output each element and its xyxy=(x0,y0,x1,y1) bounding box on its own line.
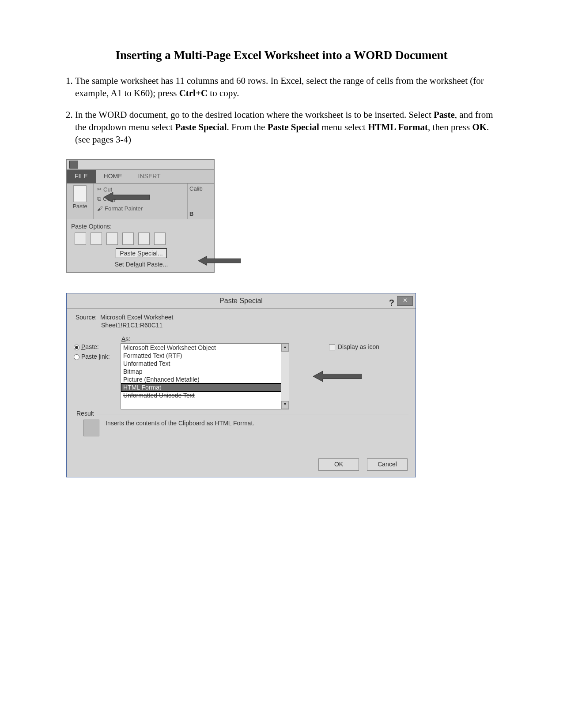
clipboard-result-icon xyxy=(83,420,99,436)
ok-button[interactable]: OK xyxy=(318,458,359,471)
tab-home[interactable]: HOME xyxy=(96,170,130,183)
paste-label: Paste xyxy=(72,203,87,210)
set-default-paste-menu-item[interactable]: Set Default Paste... xyxy=(115,261,168,268)
paste-option-icon[interactable] xyxy=(91,233,102,245)
font-name-field[interactable]: Calib xyxy=(189,185,212,192)
step-2-text-a: In the WORD document, go to the desired … xyxy=(75,109,434,120)
annotation-arrow-paste-special xyxy=(198,255,241,266)
step-2-text-i: , then press xyxy=(428,122,472,132)
step-1: The sample worksheet has 11 columns and … xyxy=(75,75,506,100)
step-2-paste: Paste xyxy=(434,109,455,120)
step-2-pastespecial: Paste Special xyxy=(175,122,227,132)
dialog-titlebar: Paste Special ? ✕ xyxy=(67,293,416,309)
scroll-down-icon[interactable]: ▾ xyxy=(281,401,289,409)
list-item[interactable]: Unformatted Unicode Text xyxy=(121,391,289,399)
format-painter-label: Format Painter xyxy=(105,205,143,212)
svg-marker-1 xyxy=(198,256,241,265)
list-item[interactable]: Formatted Text (RTF) xyxy=(121,352,289,360)
source-label: Source: xyxy=(76,314,97,321)
result-legend: Result xyxy=(74,410,97,417)
tab-insert[interactable]: INSERT xyxy=(130,170,169,183)
copy-icon: ⧉ xyxy=(97,195,101,203)
paste-radio[interactable]: Paste: xyxy=(74,343,121,350)
format-painter-button[interactable]: 🖌 Format Painter xyxy=(97,205,185,212)
step-2: In the WORD document, go to the desired … xyxy=(75,109,506,146)
scroll-up-icon[interactable]: ▴ xyxy=(281,344,289,352)
list-item[interactable]: Bitmap xyxy=(121,368,289,375)
step-2-text-g: menu select xyxy=(319,122,368,132)
annotation-arrow-html-format xyxy=(313,370,362,383)
paste-option-icon[interactable] xyxy=(122,233,134,245)
radio-dot-icon xyxy=(74,354,79,360)
step-1-text-c: to copy. xyxy=(208,88,239,98)
list-item[interactable]: Picture (Enhanced Metafile) xyxy=(121,375,289,383)
quick-access-toolbar xyxy=(67,160,214,170)
source-line-1: Microsoft Excel Worksheet xyxy=(100,314,173,321)
step-2-pastespecial2: Paste Special xyxy=(268,122,319,132)
paste-option-icon[interactable] xyxy=(106,233,118,245)
result-text: Inserts the contents of the Clipboard as… xyxy=(106,420,254,427)
list-item[interactable]: Microsoft Excel Worksheet Object xyxy=(121,344,289,352)
ribbon-screenshot: FILE HOME INSERT Paste ✂ Cut ⧉ Copy xyxy=(66,159,215,273)
tab-file[interactable]: FILE xyxy=(67,170,96,183)
paste-options-label: Paste Options: xyxy=(71,223,212,230)
format-listbox[interactable]: Microsoft Excel Worksheet Object Formatt… xyxy=(121,343,289,409)
paste-special-menu-item[interactable]: Paste Special... xyxy=(116,248,166,258)
step-2-ok: OK xyxy=(472,122,487,132)
paste-option-icon[interactable] xyxy=(138,233,150,245)
radio-dot-icon xyxy=(74,345,79,350)
listbox-scrollbar[interactable]: ▴ ▾ xyxy=(281,344,289,409)
step-2-htmlformat: HTML Format xyxy=(368,122,428,132)
step-2-text-e: . From the xyxy=(227,122,268,132)
help-button[interactable]: ? xyxy=(389,295,394,310)
paste-link-radio[interactable]: Paste link: xyxy=(74,353,121,360)
step-1-shortcut: Ctrl+C xyxy=(179,88,208,98)
display-as-icon-label: Display as icon xyxy=(338,343,379,350)
dialog-title: Paste Special xyxy=(219,297,263,304)
paste-special-dialog: Paste Special ? ✕ Source: Microsoft Exce… xyxy=(66,293,416,477)
source-line-2: Sheet1!R1C1:R60C11 xyxy=(76,321,408,329)
list-item[interactable]: Unformatted Text xyxy=(121,360,289,368)
paste-option-icon[interactable] xyxy=(154,233,166,245)
display-as-icon-checkbox[interactable]: Display as icon xyxy=(329,343,379,350)
svg-marker-0 xyxy=(104,192,150,202)
scissors-icon: ✂ xyxy=(97,186,102,192)
page-title: Inserting a Multi-Page Excel Worksheet i… xyxy=(57,49,506,62)
paste-icon xyxy=(73,185,87,202)
brush-icon: 🖌 xyxy=(97,205,103,212)
step-1-text-a: The sample worksheet has 11 columns and … xyxy=(75,75,484,98)
close-button[interactable]: ✕ xyxy=(397,296,413,306)
svg-marker-2 xyxy=(313,371,362,382)
cancel-button[interactable]: Cancel xyxy=(367,458,408,471)
annotation-arrow-paste xyxy=(102,191,151,203)
word-app-icon xyxy=(69,161,78,169)
bold-button[interactable]: B xyxy=(189,210,212,217)
instruction-list: The sample worksheet has 11 columns and … xyxy=(57,75,506,146)
list-item-selected[interactable]: HTML Format xyxy=(121,383,289,391)
checkbox-icon xyxy=(329,344,335,350)
paste-button[interactable]: Paste xyxy=(67,184,94,219)
paste-option-icon[interactable] xyxy=(75,233,86,245)
